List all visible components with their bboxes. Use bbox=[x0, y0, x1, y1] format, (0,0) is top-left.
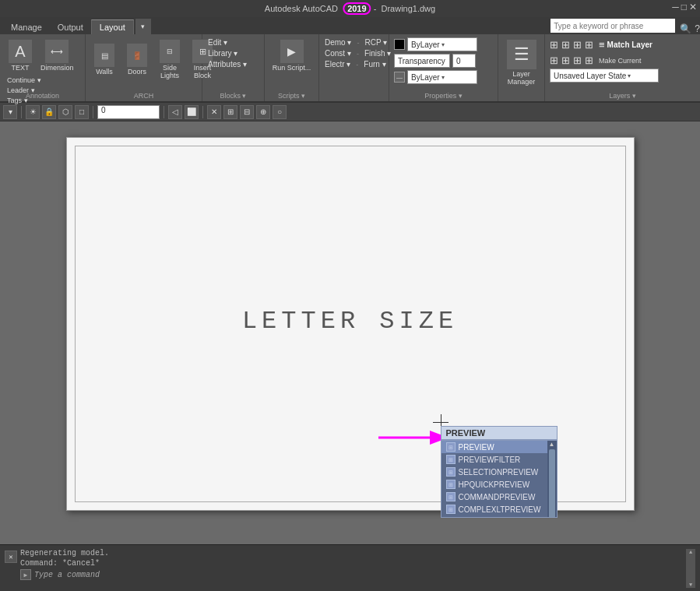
layer-icon-5[interactable]: ⊞ bbox=[550, 55, 558, 66]
help-icon[interactable]: ? bbox=[695, 23, 700, 34]
electr-row: Electr ▾ - Furn ▾ bbox=[322, 59, 385, 69]
layer-icon-3[interactable]: ⊞ bbox=[573, 39, 582, 51]
continue-dropdown[interactable]: Continue ▾ bbox=[5, 76, 44, 85]
toolbar-sep-2 bbox=[93, 106, 93, 118]
transparency-dropdown[interactable]: Transparency bbox=[394, 54, 450, 68]
scrollbar-up[interactable]: ▲ bbox=[549, 441, 555, 448]
toolbar-polar-btn[interactable]: ⊕ bbox=[256, 105, 270, 119]
annotation-row1: A TEXT ⟷ Dimension bbox=[5, 37, 80, 73]
command-close-icon[interactable]: ✕ bbox=[5, 551, 17, 563]
toolbar-box-icon[interactable]: □ bbox=[75, 105, 89, 119]
toolbar-grid-btn[interactable]: ⊞ bbox=[223, 105, 237, 119]
dimension-label: Dimension bbox=[40, 64, 74, 72]
command-input[interactable]: PREVIEW bbox=[441, 426, 558, 440]
side-lights-button[interactable]: ⊟ Side Lights bbox=[154, 37, 185, 81]
layer-icon-8[interactable]: ⊞ bbox=[585, 55, 593, 66]
layer-icon-2[interactable]: ⊞ bbox=[561, 39, 570, 51]
tab-arrow-icon[interactable]: ▾ bbox=[135, 19, 151, 34]
cmd-item-hpquickpreview[interactable]: ⊞ HPQUICKPREVIEW bbox=[441, 478, 547, 491]
toolbar-dropdown-btn[interactable]: ▾ bbox=[3, 105, 17, 119]
toolbar-nav-left[interactable]: ◁ bbox=[168, 105, 182, 119]
text-button[interactable]: A TEXT bbox=[5, 37, 36, 73]
window-maximize-icon[interactable]: □ bbox=[681, 2, 687, 12]
search-input[interactable] bbox=[551, 19, 675, 33]
bylayer-dropdown-arrow: ▾ bbox=[441, 41, 445, 48]
tab-manage[interactable]: Manage bbox=[3, 19, 50, 34]
annotation-label: Annotation bbox=[0, 92, 85, 100]
ribbon-demo-group: Demo ▾ - RCP ▾ Const ▾ - Finish ▾ Electr… bbox=[319, 34, 389, 101]
library-dropdown[interactable]: Library ▾ bbox=[206, 48, 240, 58]
command-prompt-text[interactable]: Type a command bbox=[34, 571, 100, 579]
toolbar-ortho-btn[interactable]: ⊟ bbox=[240, 105, 254, 119]
layers-row3: Unsaved Layer State ▾ bbox=[550, 69, 695, 83]
cmd-scroll-up[interactable]: ▲ bbox=[689, 549, 692, 555]
layer-state-dropdown[interactable]: Unsaved Layer State ▾ bbox=[550, 69, 659, 83]
toolbar-layer-dropdown[interactable]: 0 bbox=[97, 105, 160, 119]
layer-icon-6[interactable]: ⊞ bbox=[561, 55, 570, 66]
match-layer-button[interactable]: ≡ Match Layer bbox=[596, 37, 655, 52]
ribbon-layer-manager: ☰ Layer Manager bbox=[498, 34, 545, 101]
tab-layout[interactable]: Layout bbox=[91, 19, 134, 34]
electr-dropdown[interactable]: Electr ▾ bbox=[322, 59, 353, 69]
command-list: ⊞ PREVIEW ⊞ PREVIEWFILTER ⊞ SELECTIONPRE… bbox=[441, 440, 558, 518]
cmd-item-filetab[interactable]: ⊞ FILETABPREVIEW bbox=[441, 515, 547, 518]
make-current-button[interactable]: Make Current bbox=[596, 56, 644, 65]
search-icon[interactable]: 🔍 bbox=[680, 23, 691, 34]
cmd-icon-filetab: ⊞ bbox=[446, 517, 456, 518]
cmd-item-selectionpreview[interactable]: ⊞ SELECTIONPREVIEW bbox=[441, 466, 547, 478]
app-name: Autodesk AutoCAD bbox=[265, 4, 338, 13]
command-history-2: Command: *Cancel* bbox=[20, 559, 683, 568]
cmd-icon-preview: ⊞ bbox=[446, 442, 456, 452]
toolbar-snap-btn[interactable]: ✕ bbox=[207, 105, 221, 119]
toolbar-nav-icon[interactable]: ⬜ bbox=[185, 105, 199, 119]
dimension-button[interactable]: ⟷ Dimension bbox=[37, 37, 77, 73]
cmd-panel-scrollbar[interactable]: ▲ ▼ bbox=[686, 549, 695, 588]
cmd-label-command: COMMANDPREVIEW bbox=[459, 493, 536, 501]
command-prompt-row: ▶ Type a command bbox=[20, 569, 683, 580]
linetype-dropdown-arrow: ▾ bbox=[441, 74, 445, 81]
layer-icon-7[interactable]: ⊞ bbox=[573, 55, 582, 66]
edit-dropdown[interactable]: Edit ▾ bbox=[206, 37, 230, 47]
bylayer-color-dropdown[interactable]: ByLayer ▾ bbox=[407, 37, 477, 51]
const-dropdown[interactable]: Const ▾ bbox=[322, 48, 354, 58]
cmd-icon-hpquick: ⊞ bbox=[446, 480, 456, 489]
cmd-item-complexlt[interactable]: ⊞ COMPLEXLTPREVIEW bbox=[441, 503, 547, 515]
rcp-dropdown[interactable]: RCP ▾ bbox=[362, 37, 389, 47]
ribbon-tabs: Manage Output Layout ▾ 🔍 ? bbox=[0, 17, 700, 34]
cmd-item-previewfilter[interactable]: ⊞ PREVIEWFILTER bbox=[441, 453, 547, 466]
layer-manager-button[interactable]: ☰ Layer Manager bbox=[501, 37, 541, 87]
window-minimize-icon[interactable]: ─ bbox=[672, 2, 679, 12]
walls-button[interactable]: ▤ Walls bbox=[89, 41, 120, 77]
layer-icon-1[interactable]: ⊞ bbox=[550, 39, 558, 51]
cmd-label-previewfilter: PREVIEWFILTER bbox=[459, 456, 521, 464]
toolbar-osnap-btn[interactable]: ○ bbox=[273, 105, 287, 119]
command-history-1: Regenerating model. bbox=[20, 549, 683, 558]
tab-output[interactable]: Output bbox=[50, 19, 91, 34]
cmd-item-commandpreview[interactable]: ⊞ COMMANDPREVIEW bbox=[441, 491, 547, 503]
furn-dropdown[interactable]: Furn ▾ bbox=[361, 59, 388, 69]
command-dropdown: PREVIEW ⊞ PREVIEW ⊞ PREVIEWFILTER ⊞ bbox=[441, 426, 558, 518]
ribbon-scripts-group: ▶ Run Script... Scripts ▾ bbox=[265, 34, 319, 101]
attributes-dropdown[interactable]: Attributes ▾ bbox=[206, 59, 249, 69]
transparency-value[interactable]: 0 bbox=[452, 54, 476, 68]
demo-dropdown[interactable]: Demo ▾ bbox=[322, 37, 354, 47]
cmd-scrollbar[interactable]: ▲ ▼ bbox=[547, 441, 557, 518]
toolbar-sun-icon[interactable]: ☀ bbox=[26, 105, 40, 119]
doors-button[interactable]: 🚪 Doors bbox=[121, 41, 153, 77]
scrollbar-thumb[interactable] bbox=[549, 449, 555, 518]
toolbar-lock-icon[interactable]: 🔒 bbox=[42, 105, 56, 119]
linetype-dropdown[interactable]: ByLayer ▾ bbox=[407, 70, 477, 84]
toolbar-hex-icon[interactable]: ⬡ bbox=[58, 105, 72, 119]
color-swatch[interactable] bbox=[394, 39, 405, 50]
drawing-canvas[interactable]: LETTER SIZE PREVIEW ⊞ bbox=[66, 137, 635, 511]
cmd-label-hpquick: HPQUICKPREVIEW bbox=[459, 480, 530, 489]
cmd-icon-previewfilter: ⊞ bbox=[446, 455, 456, 464]
toolbar-sep-1 bbox=[21, 106, 22, 118]
cmd-item-preview[interactable]: ⊞ PREVIEW bbox=[441, 441, 547, 453]
match-layer-label: Match Layer bbox=[607, 40, 653, 49]
cmd-scroll-down[interactable]: ▼ bbox=[689, 582, 692, 588]
run-scripts-button[interactable]: ▶ Run Script... bbox=[268, 37, 315, 73]
filename: Drawing1.dwg bbox=[381, 4, 435, 13]
window-close-icon[interactable]: ✕ bbox=[689, 2, 697, 12]
layer-icon-4[interactable]: ⊞ bbox=[585, 39, 593, 51]
